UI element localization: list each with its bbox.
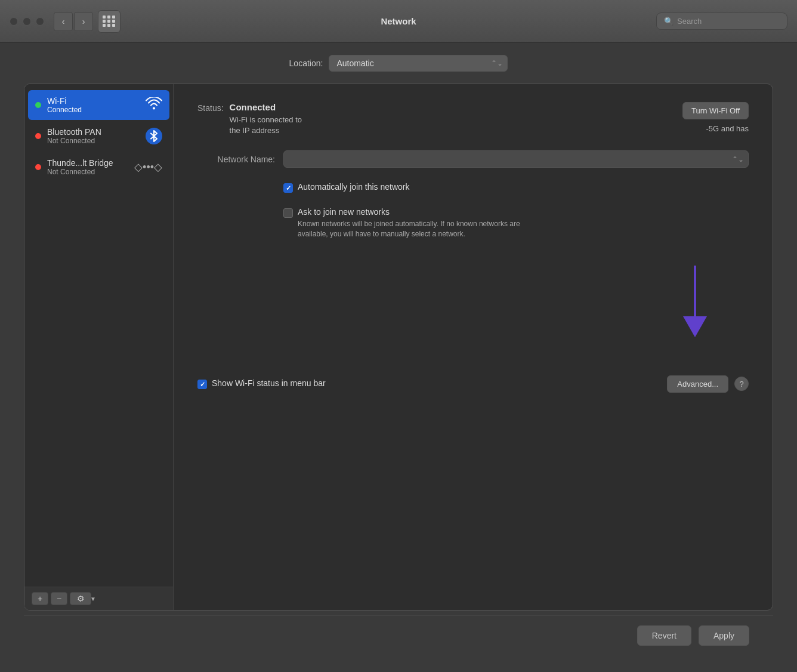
down-arrow-icon [677, 260, 713, 343]
gear-button[interactable]: ⚙ [70, 592, 91, 605]
status-value: Connected [230, 102, 302, 112]
main-panel: Status: Connected Wi-Fi is connected tot… [174, 84, 773, 610]
titlebar: ‹ › Network 🔍 [0, 0, 797, 43]
network-name-label: Network Name: [197, 155, 275, 164]
content-area: Wi-Fi Connected [24, 84, 773, 611]
bluetooth-icon [146, 128, 162, 144]
thunderbolt-item-status: Not Connected [47, 168, 128, 176]
auto-join-checkbox-item[interactable]: Automatically join this network [283, 182, 410, 193]
status-left: Status: Connected Wi-Fi is connected tot… [197, 102, 302, 136]
svg-point-0 [153, 107, 155, 110]
bluetooth-item-text: Bluetooth PAN Not Connected [47, 127, 140, 145]
status-info: Connected Wi-Fi is connected tothe IP ad… [230, 102, 302, 136]
footer-area: Revert Apply [24, 615, 773, 660]
traffic-lights [10, 17, 44, 26]
show-wifi-row: Show Wi-Fi status in menu bar [197, 378, 326, 389]
svg-marker-2 [683, 316, 707, 337]
auto-join-row: Automatically join this network [283, 182, 749, 193]
location-select-wrapper: Automatic Edit Locations... ⌃⌄ [329, 55, 508, 72]
wifi-item-name: Wi-Fi [47, 96, 140, 106]
network-name-select-wrapper: ⌃⌄ [283, 150, 749, 168]
close-button[interactable] [10, 17, 18, 26]
minimize-button[interactable] [23, 17, 31, 26]
apply-button[interactable]: Apply [699, 625, 749, 646]
turn-wifi-off-button[interactable]: Turn Wi-Fi Off [682, 102, 749, 119]
sidebar-list: Wi-Fi Connected [24, 84, 173, 587]
show-wifi-checkbox[interactable] [197, 380, 207, 389]
location-select[interactable]: Automatic Edit Locations... [329, 55, 508, 72]
bottom-bar: Show Wi-Fi status in menu bar Advanced..… [197, 363, 749, 393]
location-label: Location: [289, 58, 323, 68]
bluetooth-item-name: Bluetooth PAN [47, 127, 140, 137]
bluetooth-item-status: Not Connected [47, 137, 140, 145]
status-label: Status: [197, 102, 224, 113]
thunderbolt-status-dot [35, 164, 41, 170]
grid-dots-icon [103, 16, 116, 27]
panel-wrapper: Status: Connected Wi-Fi is connected tot… [174, 84, 773, 610]
thunderbolt-bridge-icon: ◇•••◇ [134, 161, 162, 174]
sidebar-toolbar: + − ⚙ ▼ [24, 587, 173, 610]
show-wifi-checkbox-item[interactable]: Show Wi-Fi status in menu bar [197, 378, 326, 389]
status-row: Status: Connected Wi-Fi is connected tot… [197, 102, 749, 136]
sidebar-item-bluetooth[interactable]: Bluetooth PAN Not Connected [28, 121, 169, 151]
thunderbolt-item-name: Thunde...lt Bridge [47, 158, 128, 168]
status-description: Wi-Fi is connected tothe IP address [230, 115, 302, 136]
wifi-status-dot [35, 102, 41, 108]
forward-button[interactable]: › [74, 12, 93, 31]
thunderbolt-item-text: Thunde...lt Bridge Not Connected [47, 158, 128, 176]
arrow-annotation-area [283, 254, 749, 349]
show-wifi-label: Show Wi-Fi status in menu bar [212, 378, 326, 388]
revert-button[interactable]: Revert [637, 625, 691, 646]
auto-join-checkbox[interactable] [283, 183, 293, 193]
advanced-button[interactable]: Advanced... [667, 375, 728, 393]
auto-join-label: Automatically join this network [298, 182, 410, 192]
help-button[interactable]: ? [734, 377, 749, 391]
sidebar: Wi-Fi Connected [24, 84, 174, 610]
main-container: Location: Automatic Edit Locations... ⌃⌄… [0, 43, 797, 672]
network-name-row: Network Name: ⌃⌄ [197, 150, 749, 168]
location-row: Location: Automatic Edit Locations... ⌃⌄ [24, 55, 773, 72]
search-bar[interactable]: 🔍 [656, 13, 787, 30]
sidebar-item-thunderbolt[interactable]: Thunde...lt Bridge Not Connected ◇•••◇ [28, 152, 169, 182]
window-title: Network [381, 16, 416, 26]
ask-join-checkbox-item[interactable]: Ask to join new networks Known networks … [283, 207, 749, 239]
sidebar-item-wifi[interactable]: Wi-Fi Connected [28, 90, 169, 120]
ask-join-sublabel: Known networks will be joined automatica… [298, 219, 548, 239]
ask-join-checkbox[interactable] [283, 208, 293, 218]
add-network-button[interactable]: + [32, 592, 48, 605]
wifi-item-status: Connected [47, 106, 140, 114]
search-input[interactable] [677, 17, 780, 26]
wifi-item-text: Wi-Fi Connected [47, 96, 140, 114]
status-extra: -5G and has [706, 124, 749, 133]
ask-join-section: Ask to join new networks Known networks … [283, 207, 749, 239]
remove-network-button[interactable]: − [51, 592, 67, 605]
grid-view-button[interactable] [98, 10, 121, 33]
bottom-right-buttons: Advanced... ? [667, 375, 749, 393]
fullscreen-button[interactable] [36, 17, 44, 26]
wifi-icon [146, 97, 162, 113]
search-icon: 🔍 [664, 17, 674, 26]
network-name-select[interactable] [283, 150, 749, 168]
ask-join-text: Ask to join new networks Known networks … [298, 207, 548, 239]
back-button[interactable]: ‹ [54, 12, 73, 31]
nav-buttons: ‹ › [54, 12, 93, 31]
ask-join-label: Ask to join new networks [298, 207, 548, 217]
bluetooth-status-dot [35, 133, 41, 139]
status-right: Turn Wi-Fi Off -5G and has [682, 102, 749, 133]
